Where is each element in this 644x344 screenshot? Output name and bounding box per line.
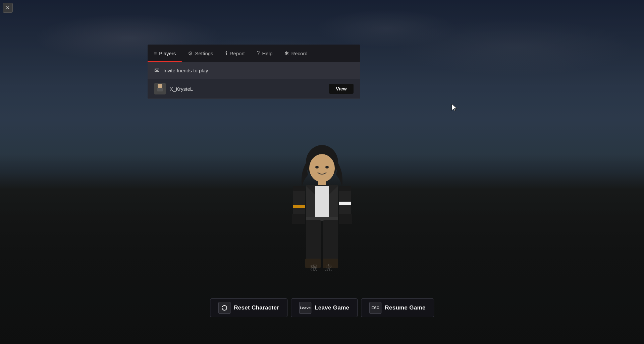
tab-report-label: Report: [230, 51, 245, 56]
tab-players-label: Players: [159, 51, 176, 56]
avatar-body: [157, 88, 163, 91]
reset-label: Reset Character: [234, 304, 279, 311]
esc-icon: ESC: [369, 302, 381, 314]
reset-icon: [218, 302, 230, 314]
leave-icon: Leave: [299, 302, 311, 314]
esc-icon-text: ESC: [372, 306, 380, 310]
invite-icon: ✉: [154, 67, 159, 74]
reset-character-button[interactable]: Reset Character: [210, 298, 287, 317]
settings-icon: ⚙: [188, 50, 193, 57]
invite-label: Invite friends to play: [163, 68, 208, 73]
player-name: X_KrysteL: [170, 86, 325, 92]
leave-icon-text: Leave: [300, 306, 311, 310]
tab-players[interactable]: ≡ Players: [148, 45, 182, 62]
tab-bar: ≡ Players ⚙ Settings ℹ Report ? Help ✱ R…: [148, 45, 360, 62]
avatar-figure: [155, 84, 165, 94]
players-icon: ≡: [154, 50, 157, 56]
help-icon: ?: [257, 50, 260, 56]
tab-report[interactable]: ℹ Report: [219, 45, 251, 62]
svg-rect-11: [323, 220, 338, 260]
avatar-head: [158, 84, 162, 88]
avatar-leg-right: [161, 91, 163, 94]
svg-rect-8: [315, 186, 329, 218]
svg-rect-21: [339, 186, 351, 191]
svg-rect-19: [293, 205, 305, 208]
report-icon: ℹ: [225, 50, 227, 57]
svg-rect-17: [339, 202, 351, 205]
resume-game-button[interactable]: ESC Resume Game: [361, 298, 434, 317]
character-container: 猴 虎: [272, 136, 372, 304]
tab-help-label: Help: [262, 51, 273, 56]
view-player-button[interactable]: View: [329, 84, 354, 94]
tab-record-label: Record: [291, 51, 307, 56]
tab-settings-label: Settings: [195, 51, 213, 56]
reset-svg: [221, 304, 228, 311]
leave-game-button[interactable]: Leave Leave Game: [291, 298, 358, 317]
record-icon: ✱: [284, 50, 289, 57]
invite-row[interactable]: ✉ Invite friends to play: [148, 62, 360, 79]
svg-point-2: [315, 166, 319, 168]
resume-label: Resume Game: [385, 304, 425, 311]
svg-rect-18: [339, 214, 352, 224]
svg-rect-15: [292, 214, 305, 224]
svg-rect-10: [306, 220, 321, 260]
leave-label: Leave Game: [315, 304, 349, 311]
avatar-leg-left: [157, 91, 159, 94]
bottom-actions: Reset Character Leave Leave Game ESC Res…: [210, 298, 434, 317]
close-button[interactable]: ✕: [3, 3, 13, 13]
svg-point-3: [325, 166, 329, 168]
character-figure: 猴 虎: [282, 143, 362, 304]
svg-point-1: [309, 154, 335, 182]
svg-text:猴: 猴: [310, 264, 318, 272]
menu-panel: ≡ Players ⚙ Settings ℹ Report ? Help ✱ R…: [148, 45, 360, 99]
panel-content: ✉ Invite friends to play X_KrysteL View: [148, 62, 360, 99]
tab-record[interactable]: ✱ Record: [278, 45, 313, 62]
close-icon: ✕: [6, 5, 10, 10]
svg-text:虎: 虎: [325, 264, 332, 272]
tab-settings[interactable]: ⚙ Settings: [182, 45, 219, 62]
svg-rect-20: [293, 186, 305, 191]
player-row: X_KrysteL View: [148, 79, 360, 99]
player-avatar: [154, 83, 166, 94]
tab-help[interactable]: ? Help: [251, 45, 279, 62]
